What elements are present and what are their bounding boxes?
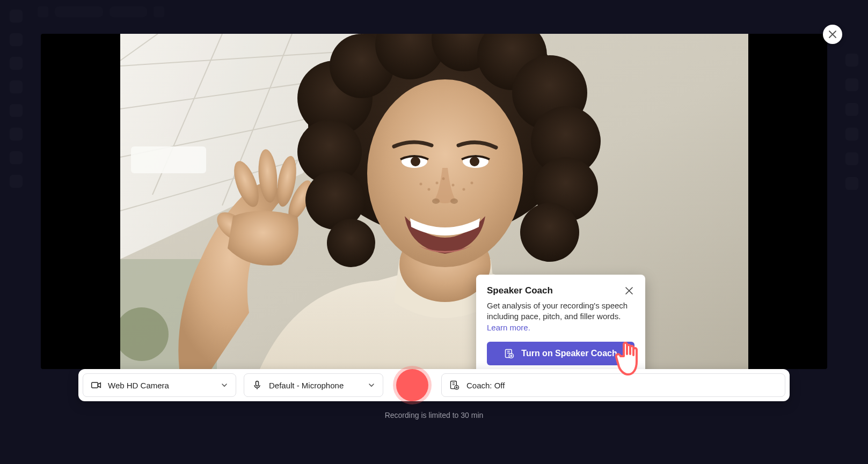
svg-point-45	[442, 178, 444, 180]
chevron-down-icon	[368, 381, 375, 389]
speaker-coach-popover: Speaker Coach Get analysis of your recor…	[476, 275, 645, 376]
svg-point-31	[327, 219, 375, 267]
camera-label: Web HD Camera	[108, 381, 169, 390]
popover-body: Get analysis of your recording's speech …	[487, 300, 634, 333]
svg-rect-10	[131, 146, 206, 173]
svg-point-43	[462, 188, 465, 191]
svg-rect-49	[256, 381, 259, 386]
microphone-label: Default - Microphone	[269, 381, 344, 390]
camera-selector[interactable]: Web HD Camera	[83, 373, 236, 397]
popover-close-button[interactable]	[624, 285, 634, 296]
coach-toggle[interactable]: Coach: Off	[441, 373, 785, 397]
svg-point-42	[451, 184, 454, 187]
speaker-coach-icon	[504, 348, 515, 359]
speaker-coach-icon	[449, 380, 460, 391]
popover-description: Get analysis of your recording's speech …	[487, 301, 628, 321]
popover-title: Speaker Coach	[487, 285, 553, 296]
svg-point-41	[435, 182, 438, 185]
recording-limit-hint: Recording is limited to 30 min	[0, 411, 868, 419]
video-stage	[41, 34, 827, 369]
close-icon	[829, 31, 836, 38]
record-button[interactable]	[396, 369, 428, 401]
microphone-selector[interactable]: Default - Microphone	[244, 373, 383, 397]
svg-point-39	[419, 183, 422, 186]
camera-preview	[120, 34, 748, 369]
svg-point-36	[470, 157, 479, 166]
svg-point-34	[411, 157, 420, 166]
svg-point-40	[427, 188, 430, 191]
svg-point-37	[432, 198, 440, 204]
svg-point-28	[520, 203, 579, 262]
svg-rect-48	[92, 382, 98, 388]
recording-control-bar: Web HD Camera Default - Microphone	[78, 369, 790, 401]
camera-icon	[91, 380, 101, 391]
turn-on-speaker-coach-button[interactable]: Turn on Speaker Coach	[487, 342, 634, 365]
popover-button-label: Turn on Speaker Coach	[521, 349, 617, 358]
svg-point-38	[450, 198, 458, 204]
coach-label: Coach: Off	[466, 381, 505, 390]
close-icon	[625, 287, 633, 294]
close-button[interactable]	[823, 25, 842, 44]
microphone-icon	[252, 380, 262, 391]
svg-point-44	[470, 182, 473, 185]
learn-more-link[interactable]: Learn more.	[487, 323, 530, 332]
chevron-down-icon	[221, 381, 228, 389]
